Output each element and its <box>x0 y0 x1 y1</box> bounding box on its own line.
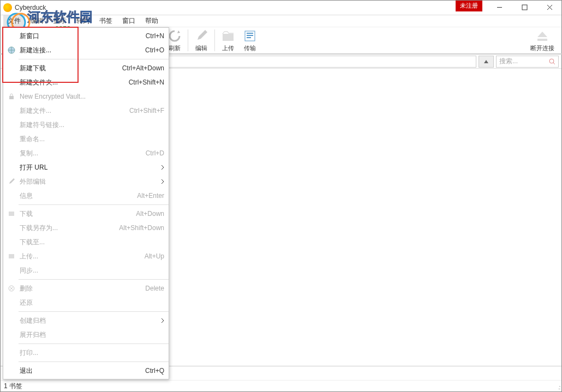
menu-item-shortcut: Ctrl+D <box>146 149 164 157</box>
menu-item-shortcut: Ctrl+N <box>146 32 164 40</box>
blank-icon <box>5 120 17 130</box>
lock-icon <box>5 92 17 101</box>
upload-icon <box>5 251 17 261</box>
menu-separator <box>19 204 169 205</box>
menu-item-shortcut: Ctrl+Q <box>145 367 164 375</box>
menu-item-label: 信息 <box>17 191 137 201</box>
menu-separator <box>19 311 169 312</box>
blank-icon <box>5 31 17 41</box>
menu-item-label: 展开归档 <box>17 330 164 340</box>
blank-icon <box>5 266 17 275</box>
menu-item[interactable]: 打开 URL <box>3 160 169 174</box>
blank-icon <box>5 298 17 307</box>
trash-icon <box>5 284 17 293</box>
svg-rect-16 <box>9 96 14 99</box>
resize-grip[interactable]: .:: <box>558 384 560 390</box>
menu-item: 新建文件...Ctrl+Shift+F <box>3 104 169 118</box>
blank-icon <box>5 148 17 158</box>
menu-item-label: 创建归档 <box>17 316 161 325</box>
blank-icon <box>5 223 17 233</box>
menu-item[interactable]: 新建连接...Ctrl+O <box>3 43 169 57</box>
blank-icon <box>5 237 17 247</box>
blank-icon <box>5 106 17 116</box>
menu-separator <box>19 279 169 280</box>
status-text: 1 书签 <box>4 382 22 391</box>
edit-button[interactable]: 编辑 <box>190 27 212 53</box>
menu-separator <box>19 59 169 59</box>
download-icon <box>5 209 17 219</box>
transfer-icon <box>243 29 257 43</box>
statusbar: 1 书签 <box>1 380 561 392</box>
menu-item: 上传...Alt+Up <box>3 249 169 263</box>
menu-item-label: 下载另存为... <box>17 224 119 233</box>
menu-item[interactable]: 退出Ctrl+Q <box>3 364 169 378</box>
menu-item-label: 新建文件夹... <box>17 78 129 87</box>
menu-item-shortcut: Delete <box>145 285 164 292</box>
menu-item-label: 还原 <box>17 298 164 307</box>
transfer-label: 传输 <box>244 44 256 52</box>
blank-icon <box>5 330 17 340</box>
globe-icon <box>5 45 17 55</box>
menu-item-shortcut: Ctrl+Alt+Down <box>122 64 164 72</box>
menu-item: 打印... <box>3 346 169 360</box>
upload-label: 上传 <box>222 44 234 52</box>
file-menu-dropdown: 新窗口Ctrl+N新建连接...Ctrl+O新建下载Ctrl+Alt+Down新… <box>3 27 169 379</box>
menu-item-label: 外部编辑 <box>17 177 161 186</box>
menu-item-label: 下载至... <box>17 238 164 247</box>
menu-item-label: 新窗口 <box>17 32 146 41</box>
folder-up-icon <box>221 29 235 43</box>
menu-item-label: 删除 <box>17 284 145 293</box>
menu-item: 创建归档 <box>3 313 169 328</box>
menu-item-label: 下载 <box>17 209 136 219</box>
submenu-arrow-icon <box>161 165 164 170</box>
menu-item: 重命名... <box>3 132 169 146</box>
menu-item: 同步... <box>3 263 169 278</box>
blank-icon <box>5 63 17 73</box>
menu-item-shortcut: Ctrl+Shift+F <box>129 107 164 114</box>
blank-icon <box>5 316 17 325</box>
menu-item-shortcut: Alt+Enter <box>137 192 164 200</box>
menu-item-label: 新建符号链接... <box>17 120 164 130</box>
menu-item-label: 退出 <box>17 366 145 376</box>
blank-icon <box>5 162 17 172</box>
pen-icon <box>5 177 17 186</box>
menu-item-shortcut: Alt+Up <box>145 252 164 260</box>
pencil-icon <box>194 29 208 43</box>
menu-item: 外部编辑 <box>3 174 169 189</box>
menu-item-shortcut: Ctrl+O <box>145 46 164 54</box>
svg-rect-18 <box>9 254 14 258</box>
menu-item: 复制...Ctrl+D <box>3 146 169 160</box>
menu-item[interactable]: 新窗口Ctrl+N <box>3 29 169 43</box>
menu-item[interactable]: 新建文件夹...Ctrl+Shift+N <box>3 75 169 89</box>
transfer-button[interactable]: 传输 <box>239 27 261 53</box>
edit-label: 编辑 <box>195 44 207 52</box>
upload-button[interactable]: 上传 <box>217 27 239 53</box>
menu-item-label: New Encrypted Vault... <box>17 93 164 100</box>
menu-item: 展开归档 <box>3 328 169 342</box>
refresh-label: 刷新 <box>169 44 181 52</box>
submenu-arrow-icon <box>161 179 164 184</box>
blank-icon <box>5 348 17 358</box>
menu-item: 信息Alt+Enter <box>3 189 169 203</box>
menu-item-shortcut: Ctrl+Shift+N <box>129 79 164 86</box>
menu-item-label: 复制... <box>17 149 146 158</box>
menu-item-shortcut: Alt+Down <box>136 210 164 218</box>
menu-item: 还原 <box>3 295 169 310</box>
eject-icon <box>535 29 549 43</box>
menu-item: 下载Alt+Down <box>3 207 169 221</box>
menu-item-label: 打开 URL <box>17 163 161 172</box>
refresh-icon <box>168 29 182 43</box>
menu-item-shortcut: Alt+Shift+Down <box>119 224 164 232</box>
svg-rect-17 <box>9 212 14 216</box>
menu-item-label: 上传... <box>17 252 145 261</box>
menu-item[interactable]: 新建下载Ctrl+Alt+Down <box>3 61 169 75</box>
blank-icon <box>5 191 17 201</box>
menu-item: 删除Delete <box>3 281 169 295</box>
blank-icon <box>5 366 17 376</box>
menu-item-label: 新建下载 <box>17 64 122 73</box>
disconnect-label: 断开连接 <box>530 44 554 52</box>
menu-item-label: 打印... <box>17 348 164 358</box>
menu-item: 下载另存为...Alt+Shift+Down <box>3 221 169 235</box>
menu-item: 下载至... <box>3 235 169 249</box>
disconnect-button[interactable]: 断开连接 <box>527 27 558 53</box>
